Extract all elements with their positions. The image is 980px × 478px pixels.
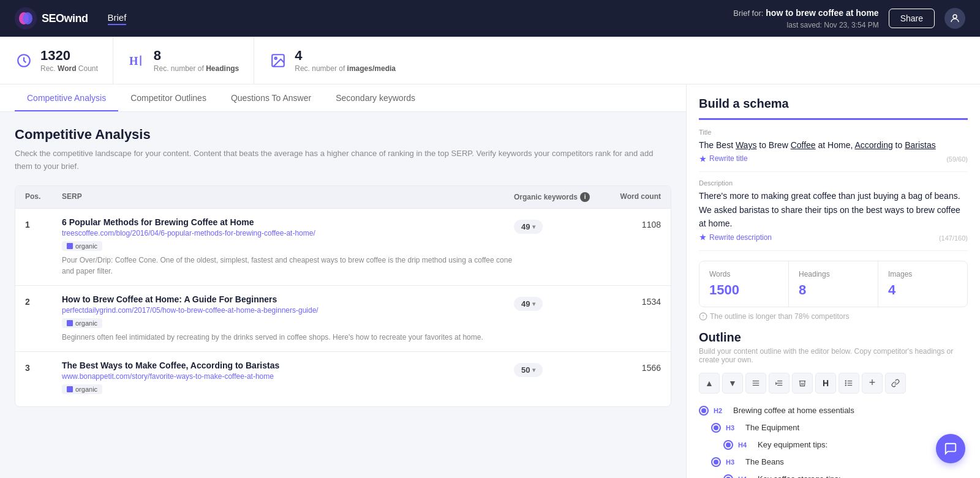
logo[interactable]: SEOwind	[15, 7, 88, 29]
tabs: Competitive Analysis Competitor Outlines…	[0, 84, 686, 112]
stat-word-count-values: 1320 Rec. Word Count	[40, 48, 98, 73]
tab-questions[interactable]: Questions To Answer	[219, 84, 323, 111]
row-1-content: 6 Popular Methods for Brewing Coffee at …	[62, 217, 514, 277]
outline-item-h3-beans: H3 The Beans	[711, 454, 968, 471]
heading-tag: H3	[726, 458, 741, 466]
stat-images-values: 4 Rec. number of images/media	[295, 48, 396, 73]
svg-point-21	[845, 380, 846, 381]
chevron-down-icon: ▾	[532, 301, 535, 307]
images-number: 4	[295, 48, 396, 64]
outline-desc: Build your content outline with the edit…	[699, 347, 968, 364]
tab-secondary[interactable]: Secondary keywords	[323, 84, 428, 111]
heading-tag: H2	[714, 407, 728, 414]
toolbar-link-button[interactable]	[885, 373, 906, 394]
list-icon	[845, 379, 853, 387]
table-row: 2 How to Brew Coffee at Home: A Guide Fo…	[15, 286, 671, 352]
outline-list: H2 Brewing coffee at home essentials H3 …	[699, 402, 968, 478]
col-organic: Organic keywords i	[514, 192, 600, 202]
toolbar-delete-button[interactable]	[792, 373, 813, 394]
toolbar-indent-right-button[interactable]	[769, 373, 790, 394]
magic-icon	[699, 155, 707, 163]
metric-images-value: 4	[888, 282, 957, 298]
svg-point-11	[703, 317, 703, 318]
indent-right-icon	[775, 379, 783, 387]
toolbar-down-button[interactable]: ▼	[722, 373, 743, 394]
row-2-organic-pill[interactable]: 49 ▾	[514, 297, 543, 311]
competitors-note: The outline is longer than 78% competito…	[699, 312, 968, 321]
brief-for-info: Brief for: how to brew coffee at home la…	[733, 7, 878, 31]
chat-bubble-button[interactable]	[936, 434, 965, 463]
metric-words-value: 1500	[709, 282, 778, 298]
svg-point-2	[23, 12, 32, 24]
magic-icon	[699, 233, 707, 241]
row-1-organic-pill[interactable]: 49 ▾	[514, 220, 543, 234]
row-3-organic: 50 ▾	[514, 360, 600, 377]
title-value: The Best Ways to Brew Coffee at Home, Ac…	[699, 138, 968, 152]
table-row: 3 The Best Ways to Make Coffee, Accordin…	[15, 352, 671, 406]
rewrite-description-link[interactable]: Rewrite description	[699, 233, 772, 242]
brief-for-query: how to brew coffee at home	[763, 8, 878, 18]
svg-point-8	[275, 57, 277, 59]
row-1-snippet: Pour Over/Drip: Coffee Cone. One of the …	[62, 255, 514, 277]
chat-icon	[944, 442, 957, 455]
word-count-number: 1320	[40, 48, 98, 64]
outline-item-text: Key equipment tips:	[758, 440, 827, 449]
toolbar-up-button[interactable]: ▲	[699, 373, 720, 394]
row-2-url[interactable]: perfectdailygrind.com/2017/05/how-to-bre…	[62, 306, 368, 315]
stat-headings-values: 8 Rec. number of Headings	[154, 48, 239, 73]
metric-images: Images 4	[878, 261, 967, 307]
row-1-url[interactable]: treescoffee.com/blog/2016/04/6-popular-m…	[62, 229, 368, 237]
svg-point-22	[845, 383, 846, 383]
row-3-organic-pill[interactable]: 50 ▾	[514, 363, 543, 377]
table-row: 1 6 Popular Methods for Brewing Coffee a…	[15, 209, 671, 286]
title-field-row: Title The Best Ways to Brew Coffee at Ho…	[699, 129, 968, 172]
row-2-pos: 2	[25, 294, 62, 307]
outline-circle	[723, 440, 733, 450]
row-2-badge: organic	[62, 318, 102, 328]
organic-badge-icon	[67, 320, 73, 326]
left-panel: Competitive Analysis Competitor Outlines…	[0, 84, 686, 478]
outline-title: Outline	[699, 330, 968, 345]
rewrite-title-link[interactable]: Rewrite title	[699, 154, 748, 163]
outline-item-h4-storage-tips: H4 Key coffee storage tips:	[723, 471, 968, 478]
outline-circle	[711, 423, 721, 433]
headings-label: Rec. number of Headings	[154, 64, 239, 73]
row-3-pos: 3	[25, 360, 62, 373]
organic-badge-icon	[67, 243, 73, 249]
user-avatar-button[interactable]	[944, 8, 965, 29]
nav-brief-item[interactable]: Brief	[108, 12, 127, 25]
stat-word-count: 1320 Rec. Word Count	[15, 37, 113, 84]
share-button[interactable]: Share	[889, 9, 935, 28]
description-value: There's more to making great coffee than…	[699, 189, 968, 230]
info-circle-icon	[699, 312, 707, 321]
metric-words: Words 1500	[699, 261, 789, 307]
row-3-url[interactable]: www.bonappetit.com/story/favorite-ways-t…	[62, 372, 368, 381]
chevron-down-icon: ▾	[532, 367, 535, 373]
heading-icon: H	[128, 51, 146, 70]
topnav-right: Brief for: how to brew coffee at home la…	[733, 7, 965, 31]
toolbar-add-button[interactable]: +	[862, 373, 883, 394]
outline-item-text: The Equipment	[745, 423, 799, 432]
competitive-table: Pos. SERP Organic keywords i Word count …	[15, 185, 671, 407]
stat-images: 4 Rec. number of images/media	[269, 37, 410, 84]
indent-left-icon	[752, 379, 760, 387]
toolbar-list-button[interactable]	[839, 373, 859, 394]
row-1-wordcount: 1108	[600, 217, 661, 230]
metric-headings-label: Headings	[799, 270, 868, 278]
delete-icon	[798, 379, 807, 387]
title-char-count: (59/60)	[946, 155, 968, 163]
tab-competitive[interactable]: Competitive Analysis	[15, 84, 118, 111]
organic-badge-icon	[67, 386, 73, 392]
metric-headings-value: 8	[799, 282, 868, 298]
chevron-down-icon: ▾	[532, 223, 535, 230]
row-2-content: How to Brew Coffee at Home: A Guide For …	[62, 294, 514, 343]
description-label: Description	[699, 179, 968, 187]
row-3-title: The Best Ways to Make Coffee, According …	[62, 360, 514, 370]
metrics-row: Words 1500 Headings 8 Images 4	[699, 261, 968, 307]
toolbar-indent-left-button[interactable]	[745, 373, 766, 394]
stats-bar: 1320 Rec. Word Count H 8 Rec. number of …	[0, 37, 980, 84]
logo-text: SEOwind	[42, 12, 88, 25]
tab-outlines[interactable]: Competitor Outlines	[118, 84, 219, 111]
toolbar-heading-button[interactable]: H	[815, 373, 836, 394]
organic-info-icon[interactable]: i	[580, 192, 590, 202]
